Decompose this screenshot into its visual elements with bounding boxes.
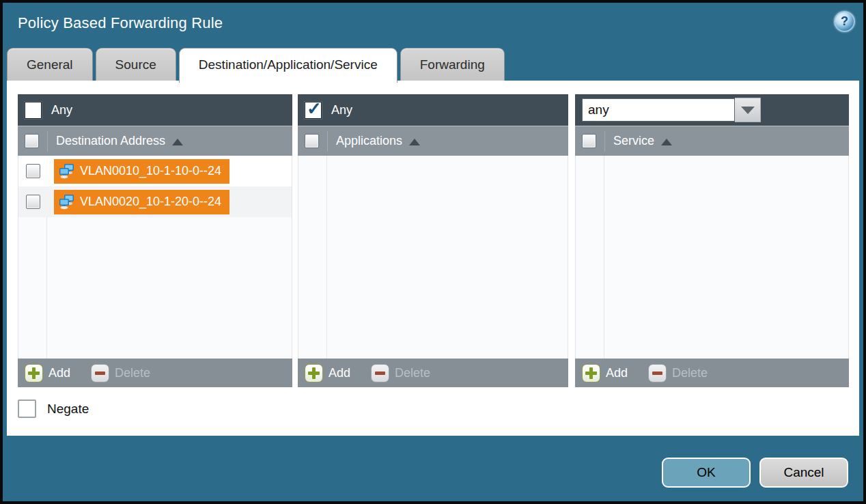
plus-icon — [25, 364, 43, 382]
policy-based-forwarding-dialog: Policy Based Forwarding Rule General Sou… — [3, 3, 863, 501]
destination-address-column-header[interactable]: Destination Address — [56, 134, 183, 148]
applications-column: Any Applications Add Delete — [298, 94, 568, 387]
sort-ascending-icon — [172, 139, 183, 145]
minus-icon — [91, 364, 109, 382]
applications-header: Applications — [298, 126, 568, 156]
plus-icon — [305, 364, 323, 382]
header-divider — [47, 131, 48, 152]
address-label: VLAN0010_10-1-10-0--24 — [80, 164, 221, 178]
tab-forwarding[interactable]: Forwarding — [400, 48, 505, 81]
table-row[interactable]: VLAN0010_10-1-10-0--24 — [18, 156, 292, 186]
destination-any-checkbox[interactable] — [25, 102, 42, 119]
sort-ascending-icon — [409, 139, 420, 145]
service-dropdown-value[interactable]: any — [582, 98, 735, 122]
destination-footer-bar: Add Delete — [18, 359, 292, 387]
add-button[interactable]: Add — [25, 364, 70, 382]
destination-any-label: Any — [51, 103, 72, 117]
delete-button[interactable]: Delete — [371, 364, 430, 382]
service-list — [575, 156, 849, 359]
row-checkbox[interactable] — [26, 195, 40, 209]
dialog-title: Policy Based Forwarding Rule — [18, 14, 223, 32]
destination-address-list: VLAN0010_10-1-10-0--24 — [18, 156, 292, 359]
applications-list — [298, 156, 568, 359]
applications-any-checkbox[interactable] — [305, 102, 322, 119]
delete-button[interactable]: Delete — [91, 364, 150, 382]
service-footer-bar: Add Delete — [575, 359, 849, 387]
minus-icon — [648, 364, 667, 382]
tab-source[interactable]: Source — [96, 48, 176, 81]
header-divider — [327, 131, 328, 152]
address-chip[interactable]: VLAN0020_10-1-20-0--24 — [54, 190, 229, 214]
service-column: any Service Add — [575, 94, 849, 387]
service-select-all-checkbox[interactable] — [582, 134, 596, 148]
destination-select-all-checkbox[interactable] — [25, 134, 39, 148]
help-icon[interactable] — [834, 11, 855, 32]
address-group-icon — [58, 163, 76, 180]
row-checkbox[interactable] — [26, 164, 40, 178]
delete-button[interactable]: Delete — [648, 364, 708, 382]
tab-general[interactable]: General — [7, 48, 93, 81]
applications-any-label: Any — [331, 103, 352, 117]
service-dropdown-bar: any — [575, 94, 849, 126]
destination-address-column: Any Destination Address — [18, 94, 292, 387]
tab-strip: General Source Destination/Application/S… — [7, 48, 505, 81]
applications-footer-bar: Add Delete — [298, 359, 568, 387]
address-group-icon — [58, 194, 76, 210]
header-divider — [604, 131, 605, 152]
applications-any-bar: Any — [298, 94, 568, 126]
destination-address-header: Destination Address — [18, 126, 292, 156]
ok-button[interactable]: OK — [662, 458, 751, 488]
applications-column-header[interactable]: Applications — [336, 134, 420, 148]
minus-icon — [371, 364, 389, 382]
negate-label: Negate — [47, 402, 89, 417]
address-label: VLAN0020_10-1-20-0--24 — [80, 195, 221, 209]
service-combobox: any — [582, 98, 761, 122]
chevron-down-icon — [741, 107, 755, 114]
add-button[interactable]: Add — [582, 364, 628, 382]
applications-select-all-checkbox[interactable] — [305, 134, 319, 148]
destination-any-bar: Any — [18, 94, 292, 126]
tab-panel-body: Any Destination Address — [7, 81, 859, 436]
tab-destination-application-service[interactable]: Destination/Application/Service — [179, 48, 397, 83]
add-button[interactable]: Add — [305, 364, 350, 382]
table-row[interactable]: VLAN0020_10-1-20-0--24 — [18, 186, 292, 217]
service-column-header[interactable]: Service — [613, 134, 672, 148]
sort-ascending-icon — [661, 139, 672, 145]
service-header: Service — [575, 126, 849, 156]
negate-option: Negate — [18, 400, 89, 418]
plus-icon — [582, 364, 600, 382]
address-chip[interactable]: VLAN0010_10-1-10-0--24 — [54, 159, 229, 184]
negate-checkbox[interactable] — [18, 400, 36, 418]
service-dropdown-button[interactable] — [735, 98, 761, 122]
cancel-button[interactable]: Cancel — [759, 458, 848, 488]
